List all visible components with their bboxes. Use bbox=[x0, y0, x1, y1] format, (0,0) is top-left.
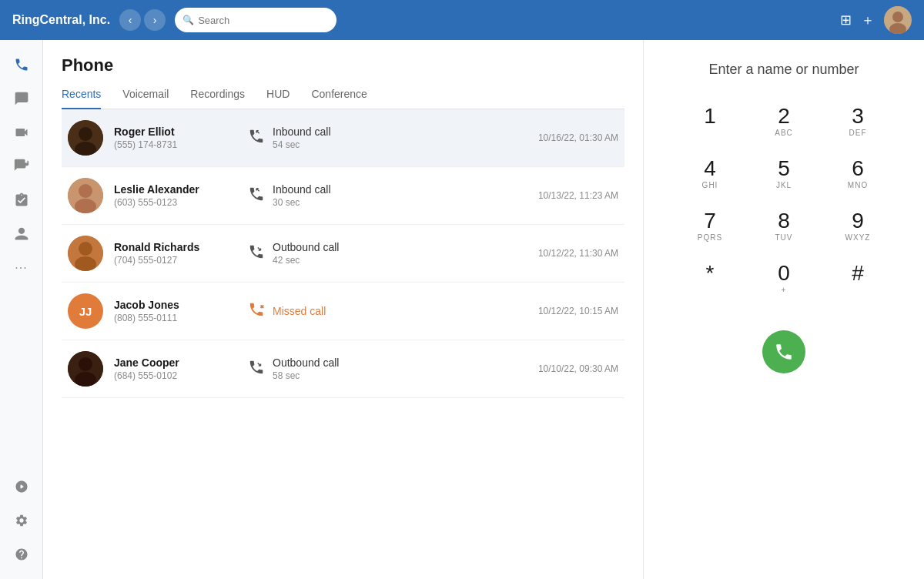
app-title: RingCentral, Inc. bbox=[12, 13, 110, 27]
call-type-section: Outbound call 42 sec bbox=[248, 241, 402, 266]
sidebar-item-settings[interactable] bbox=[6, 505, 37, 536]
contact-info: Leslie Alexander (603) 555-0123 bbox=[114, 183, 237, 208]
dial-key-3[interactable]: 3 DEF bbox=[827, 99, 889, 146]
dial-letters: JKL bbox=[776, 181, 792, 192]
dial-digit: 6 bbox=[852, 158, 864, 179]
dial-key-7[interactable]: 7 PQRS bbox=[679, 204, 741, 250]
dialpad-panel: Enter a name or number 1 2 ABC 3 DEF bbox=[644, 40, 924, 579]
tab-recordings[interactable]: Recordings bbox=[190, 88, 245, 109]
call-date: 10/10/22, 09:30 AM bbox=[538, 363, 618, 374]
nav-buttons: ‹ › bbox=[119, 9, 166, 31]
call-type-section: Inbound call 54 sec bbox=[248, 126, 402, 150]
svg-point-10 bbox=[79, 242, 92, 256]
contact-name: Jane Cooper bbox=[114, 356, 237, 369]
dial-letters: DEF bbox=[849, 129, 867, 139]
forward-button[interactable]: › bbox=[144, 9, 166, 31]
dial-digit: 4 bbox=[704, 158, 716, 179]
avatar bbox=[68, 120, 103, 156]
call-type-label: Missed call bbox=[273, 305, 326, 317]
sidebar-item-chat[interactable] bbox=[6, 151, 37, 182]
table-row[interactable]: Jane Cooper (684) 555-0102 Outbound call… bbox=[62, 340, 624, 398]
contact-number: (808) 555-0111 bbox=[114, 313, 237, 323]
avatar: JJ bbox=[68, 293, 103, 329]
dial-key-6[interactable]: 6 MNO bbox=[827, 152, 889, 198]
call-type-label: Inbound call bbox=[273, 126, 331, 138]
call-duration: 58 sec bbox=[273, 370, 339, 381]
table-row[interactable]: Ronald Richards (704) 555-0127 Outbound … bbox=[62, 225, 624, 283]
dial-digit: * bbox=[706, 263, 715, 284]
call-type-info: Inbound call 54 sec bbox=[273, 126, 331, 150]
dial-digit: 2 bbox=[778, 105, 790, 127]
dial-letters: PQRS bbox=[698, 233, 722, 244]
sidebar-item-help[interactable] bbox=[6, 539, 37, 570]
contact-info: Ronald Richards (704) 555-0127 bbox=[114, 241, 237, 266]
page-title: Phone bbox=[62, 55, 624, 75]
call-type-label: Outbound call bbox=[273, 241, 339, 253]
sidebar-item-tasks[interactable] bbox=[6, 185, 37, 216]
call-date: 10/12/22, 10:15 AM bbox=[538, 306, 618, 316]
dial-key-4[interactable]: 4 GHI bbox=[679, 152, 741, 198]
sidebar: ··· bbox=[0, 40, 43, 579]
contact-info: Jacob Jones (808) 555-0111 bbox=[114, 299, 237, 323]
missed-call-icon bbox=[248, 301, 265, 322]
call-type-section: Missed call bbox=[248, 301, 402, 322]
call-button[interactable] bbox=[762, 330, 805, 373]
back-button[interactable]: ‹ bbox=[119, 9, 141, 31]
dial-key-9[interactable]: 9 WXYZ bbox=[827, 204, 889, 250]
call-date: 10/16/22, 01:30 AM bbox=[538, 132, 618, 143]
dial-digit: # bbox=[852, 263, 864, 284]
tab-voicemail[interactable]: Voicemail bbox=[122, 88, 169, 109]
outbound-call-icon bbox=[248, 359, 265, 380]
dial-key-star[interactable]: * bbox=[679, 256, 741, 303]
topbar-right: ⊞ ＋ bbox=[840, 6, 912, 34]
dial-letters: GHI bbox=[702, 181, 718, 192]
contact-number: (684) 555-0102 bbox=[114, 370, 237, 381]
grid-icon-button[interactable]: ⊞ bbox=[840, 12, 852, 28]
table-row[interactable]: Roger Elliot (555) 174-8731 Inbound call… bbox=[62, 109, 624, 167]
add-icon-button[interactable]: ＋ bbox=[861, 11, 875, 29]
dial-key-5[interactable]: 5 JKL bbox=[753, 152, 815, 198]
tab-conference[interactable]: Conference bbox=[311, 88, 367, 109]
app-body: ··· Phone Recents Voicemail Recordings H… bbox=[0, 40, 924, 579]
phone-tabs: Recents Voicemail Recordings HUD Confere… bbox=[62, 88, 624, 109]
inbound-call-icon bbox=[248, 186, 265, 206]
svg-point-1 bbox=[892, 12, 903, 22]
call-type-label: Inbound call bbox=[273, 183, 331, 196]
dial-key-1[interactable]: 1 bbox=[679, 99, 741, 146]
sidebar-item-more[interactable]: ··· bbox=[6, 253, 37, 283]
dial-key-0[interactable]: 0 + bbox=[753, 256, 815, 303]
dial-letters: MNO bbox=[848, 181, 868, 192]
user-avatar[interactable] bbox=[884, 6, 912, 34]
call-type-section: Inbound call 30 sec bbox=[248, 183, 402, 208]
table-row[interactable]: Leslie Alexander (603) 555-0123 Inbound … bbox=[62, 167, 624, 225]
avatar bbox=[68, 178, 103, 213]
dial-key-2[interactable]: 2 ABC bbox=[753, 99, 815, 146]
contact-name: Roger Elliot bbox=[114, 126, 237, 138]
sidebar-item-apps[interactable] bbox=[6, 471, 37, 502]
tab-hud[interactable]: HUD bbox=[266, 88, 290, 109]
inbound-call-icon bbox=[248, 128, 265, 149]
dial-letters: + bbox=[782, 286, 787, 296]
sidebar-item-contacts[interactable] bbox=[6, 219, 37, 249]
sidebar-item-phone[interactable] bbox=[6, 49, 37, 80]
dial-digit: 5 bbox=[778, 158, 790, 179]
contact-number: (555) 174-8731 bbox=[114, 139, 237, 150]
dial-letters: TUV bbox=[775, 233, 793, 244]
avatar bbox=[68, 351, 103, 387]
svg-point-4 bbox=[79, 127, 92, 141]
svg-point-15 bbox=[79, 357, 92, 371]
avatar-image bbox=[884, 6, 912, 34]
search-input[interactable] bbox=[175, 8, 336, 32]
call-date: 10/13/22, 11:23 AM bbox=[538, 190, 618, 201]
call-date: 10/12/22, 11:30 AM bbox=[538, 248, 618, 259]
dial-key-hash[interactable]: # bbox=[827, 256, 889, 303]
sidebar-item-messages[interactable] bbox=[6, 83, 37, 114]
dial-key-8[interactable]: 8 TUV bbox=[753, 204, 815, 250]
contact-name: Leslie Alexander bbox=[114, 183, 237, 196]
contact-number: (603) 555-0123 bbox=[114, 197, 237, 208]
dial-digit: 3 bbox=[852, 105, 864, 127]
sidebar-item-video[interactable] bbox=[6, 117, 37, 148]
dial-digit: 8 bbox=[778, 210, 790, 232]
tab-recents[interactable]: Recents bbox=[62, 88, 101, 109]
table-row[interactable]: JJ Jacob Jones (808) 555-0111 Missed cal… bbox=[62, 283, 624, 340]
